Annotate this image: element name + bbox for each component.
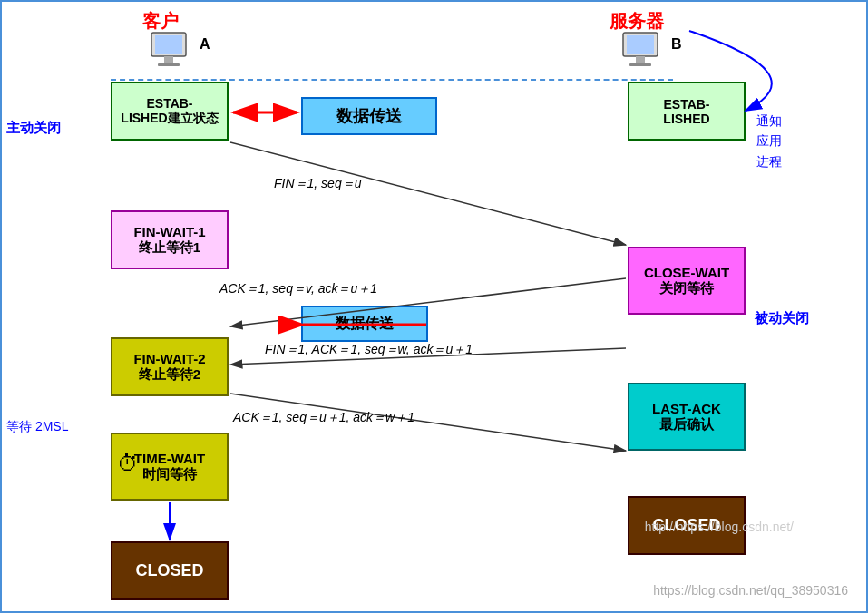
active-close-label: 主动关闭 (6, 120, 61, 137)
close-wait-text2: 关闭等待 (659, 280, 714, 297)
data-transfer-box-1: 数据传送 (301, 97, 437, 135)
svg-rect-2 (164, 56, 173, 63)
estab-server-box: ESTAB- LISHED (628, 82, 746, 141)
fin-wait-1-text2: 终止等待1 (139, 239, 200, 257)
label-b: B (671, 36, 682, 53)
client-label: 客户 (142, 9, 179, 34)
closed-client-box: CLOSED (111, 541, 229, 600)
client-computer-icon (147, 31, 192, 72)
notify-app-label: 通知应用进程 (756, 111, 782, 171)
fin-wait-1-text1: FIN-WAIT-1 (133, 224, 205, 239)
fin-wait-1-box: FIN-WAIT-1 终止等待1 (111, 210, 229, 269)
close-wait-box: CLOSE-WAIT 关闭等待 (628, 247, 746, 315)
server-computer-icon (619, 31, 664, 72)
estab-client-text1: ESTAB- (146, 96, 192, 111)
close-wait-text1: CLOSE-WAIT (644, 265, 729, 280)
server-label: 服务器 (610, 9, 664, 34)
estab-client-box: ESTAB- LISHED建立状态 (111, 82, 229, 141)
watermark: https://blog.csdn.net/qq_38950316 (653, 583, 848, 598)
svg-rect-3 (158, 63, 180, 66)
fin-wait-2-text1: FIN-WAIT-2 (133, 351, 205, 366)
data-transfer-box-2: 数据传送 (301, 306, 428, 342)
closed-client-text: CLOSED (135, 561, 203, 580)
ack1-label: ACK＝1, seq＝v, ack＝u＋1 (219, 281, 377, 297)
svg-rect-6 (636, 56, 645, 63)
notify-text: 通知应用进程 (756, 113, 782, 169)
time-wait-text2: 时间等待 (142, 466, 197, 483)
watermark2: http://https://blog.csdn.net/ (645, 520, 794, 534)
passive-close-label: 被动关闭 (755, 310, 809, 327)
last-ack-box: LAST-ACK 最后确认 (628, 383, 746, 451)
ack2-label: ACK＝1, seq＝u＋1, ack＝w＋1 (233, 410, 414, 426)
svg-rect-1 (155, 35, 182, 54)
top-dashed-line (111, 79, 673, 81)
time-wait-text1: TIME-WAIT (134, 451, 205, 466)
estab-server-text2: LISHED (663, 112, 709, 126)
fin2-label: FIN＝1, ACK＝1, seq＝w, ack＝u＋1 (265, 342, 473, 358)
estab-server-text1: ESTAB- (663, 97, 709, 112)
fin-wait-2-box: FIN-WAIT-2 终止等待2 (111, 337, 229, 396)
fin1-label: FIN＝1, seq＝u (274, 176, 361, 192)
last-ack-text1: LAST-ACK (652, 401, 721, 416)
svg-rect-7 (629, 63, 651, 66)
wait-2msl-label: 等待 2MSL (6, 419, 68, 435)
svg-rect-5 (627, 35, 654, 54)
last-ack-text2: 最后确认 (659, 416, 714, 433)
label-a: A (200, 36, 210, 53)
clock-icon: ⏱ (117, 451, 139, 476)
fin-wait-2-text2: 终止等待2 (139, 366, 200, 384)
svg-line-14 (230, 142, 626, 245)
estab-client-text2: LISHED建立状态 (121, 111, 218, 127)
main-diagram: 客户 服务器 A B ESTAB- LISHED建立状态 FIN-WAIT-1 … (0, 0, 868, 613)
